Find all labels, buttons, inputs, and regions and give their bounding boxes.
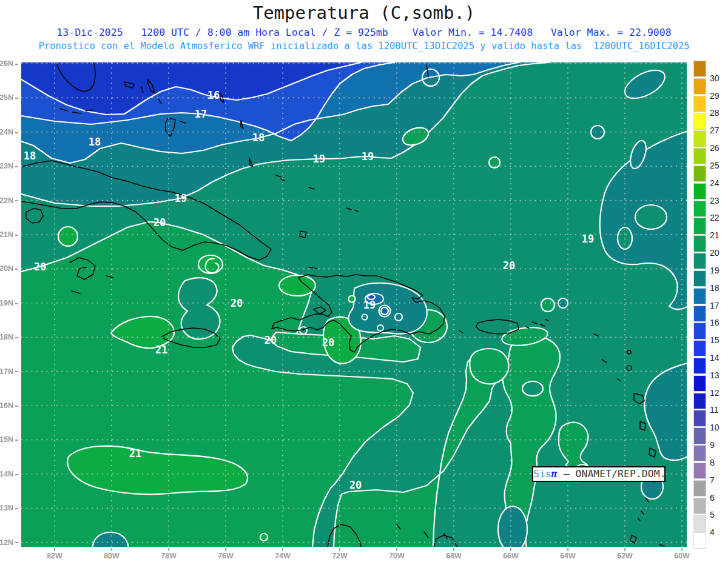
svg-text:19: 19 bbox=[363, 299, 376, 311]
svg-text:21: 21 bbox=[129, 447, 141, 460]
colorbar-segment bbox=[693, 393, 706, 409]
colorbar-segment bbox=[693, 532, 706, 549]
lon-label: 82W bbox=[47, 548, 62, 560]
colorbar-segment bbox=[693, 113, 706, 129]
lat-label: 20N bbox=[0, 264, 18, 273]
lon-label: 62W bbox=[617, 548, 633, 560]
colorbar-tick: 14 bbox=[710, 353, 720, 363]
lat-label: 17N bbox=[0, 367, 18, 376]
chart-title: Temperatura (C,somb.) bbox=[0, 2, 728, 23]
attribution-box: Sisπ – ONAMET/REP.DOM. bbox=[532, 466, 666, 482]
svg-text:21: 21 bbox=[155, 344, 167, 356]
svg-text:16: 16 bbox=[207, 89, 220, 101]
colorbar-tick: 17 bbox=[710, 301, 720, 310]
svg-text:20: 20 bbox=[231, 297, 243, 309]
lon-label: 68W bbox=[446, 548, 462, 560]
colorbar-tick: 19 bbox=[710, 266, 720, 275]
colorbar-segment bbox=[693, 427, 706, 444]
lat-label: 22N bbox=[0, 196, 18, 205]
colorbar-segment bbox=[693, 463, 706, 479]
svg-text:20: 20 bbox=[34, 261, 46, 273]
lat-label: 25N bbox=[0, 93, 18, 102]
colorbar-tick: 28 bbox=[710, 108, 720, 118]
model-info-line: Pronostico con el Modelo Atmosferico WRF… bbox=[0, 41, 728, 52]
colorbar-segment bbox=[693, 253, 706, 269]
colorbar-tick: 13 bbox=[710, 370, 720, 380]
colorbar-tick: 24 bbox=[710, 178, 720, 188]
weather-map-page: Temperatura (C,somb.) 13-Dic-2025 1200 U… bbox=[0, 0, 728, 562]
svg-text:20: 20 bbox=[265, 334, 277, 346]
lat-label: 13N bbox=[0, 504, 18, 512]
lat-label: 14N bbox=[0, 470, 18, 478]
colorbar-tick: 16 bbox=[710, 318, 720, 327]
lat-label: 15N bbox=[0, 435, 18, 444]
colorbar-segment bbox=[693, 288, 706, 304]
colorbar-segment bbox=[693, 78, 706, 95]
colorbar-tick: 18 bbox=[710, 283, 720, 293]
colorbar-segment bbox=[693, 498, 706, 514]
svg-text:20: 20 bbox=[153, 216, 166, 229]
colorbar-tick: 15 bbox=[710, 335, 720, 345]
svg-text:19: 19 bbox=[362, 150, 374, 162]
colorbar-tick: 26 bbox=[710, 143, 720, 153]
lon-label: 78W bbox=[161, 548, 177, 560]
colorbar-segment bbox=[693, 130, 706, 147]
colorbar-segment bbox=[693, 61, 706, 77]
lon-label: 80W bbox=[104, 548, 120, 560]
colorbar-segment bbox=[693, 235, 706, 252]
colorbar-tick: 30 bbox=[710, 73, 720, 83]
colorbar-segment bbox=[693, 218, 706, 234]
colorbar-tick: 25 bbox=[710, 161, 720, 170]
lon-label: 76W bbox=[218, 548, 234, 560]
colorbar-segment bbox=[693, 323, 706, 339]
colorbar-segment bbox=[693, 166, 706, 182]
colorbar-segment bbox=[693, 480, 706, 497]
colorbar-segment bbox=[693, 515, 706, 531]
colorbar-tick: 8 bbox=[710, 458, 715, 467]
colorbar-segment bbox=[693, 358, 706, 374]
svg-text:18: 18 bbox=[89, 136, 101, 148]
lat-label: 21N bbox=[0, 230, 18, 239]
colorbar-segment bbox=[693, 148, 706, 164]
colorbar-segment bbox=[693, 96, 706, 112]
colorbar-segment bbox=[693, 375, 706, 392]
temperature-colorbar bbox=[693, 61, 706, 550]
colorbar-tick: 29 bbox=[710, 91, 720, 101]
colorbar-segment bbox=[693, 306, 706, 322]
svg-text:20: 20 bbox=[503, 259, 515, 272]
colorbar-tick: 27 bbox=[710, 125, 720, 135]
svg-text:19: 19 bbox=[313, 153, 325, 165]
colorbar-tick: 23 bbox=[710, 196, 720, 206]
lat-label: 26N bbox=[0, 59, 18, 68]
lon-label: 74W bbox=[275, 548, 291, 560]
colorbar-tick: 11 bbox=[710, 405, 719, 415]
lon-label: 72W bbox=[332, 548, 348, 560]
lon-label: 66W bbox=[503, 548, 519, 560]
svg-text:18: 18 bbox=[252, 132, 265, 144]
colorbar-segment bbox=[693, 410, 706, 426]
lon-label: 60W bbox=[674, 548, 690, 560]
svg-text:19: 19 bbox=[175, 192, 187, 204]
colorbar-tick: 20 bbox=[710, 248, 720, 258]
colorbar-tick: 21 bbox=[710, 230, 720, 240]
svg-text:20: 20 bbox=[322, 336, 334, 349]
lat-label: 12N bbox=[0, 538, 18, 547]
colorbar-segment bbox=[693, 340, 706, 356]
lat-label: 19N bbox=[0, 299, 18, 307]
colorbar-tick: 6 bbox=[710, 493, 715, 503]
attribution-sis: Sis bbox=[533, 468, 551, 480]
lon-label: 70W bbox=[389, 548, 405, 560]
colorbar-segment bbox=[693, 183, 706, 199]
svg-text:17: 17 bbox=[195, 108, 207, 120]
lon-label: 64W bbox=[560, 548, 576, 560]
lat-label: 24N bbox=[0, 128, 18, 136]
colorbar-tick: 5 bbox=[710, 510, 715, 520]
colorbar-tick: 7 bbox=[710, 475, 715, 485]
colorbar-tick: 4 bbox=[710, 527, 715, 537]
attribution-pi-logo: π bbox=[551, 468, 558, 480]
valid-time-line: 13-Dic-2025 1200 UTC / 8:00 am Hora Loca… bbox=[0, 27, 728, 38]
colorbar-tick: 22 bbox=[710, 213, 720, 222]
colorbar-tick: 10 bbox=[710, 423, 720, 432]
colorbar-tick: 9 bbox=[710, 440, 715, 450]
attribution-text: – ONAMET/REP.DOM. bbox=[558, 468, 666, 480]
